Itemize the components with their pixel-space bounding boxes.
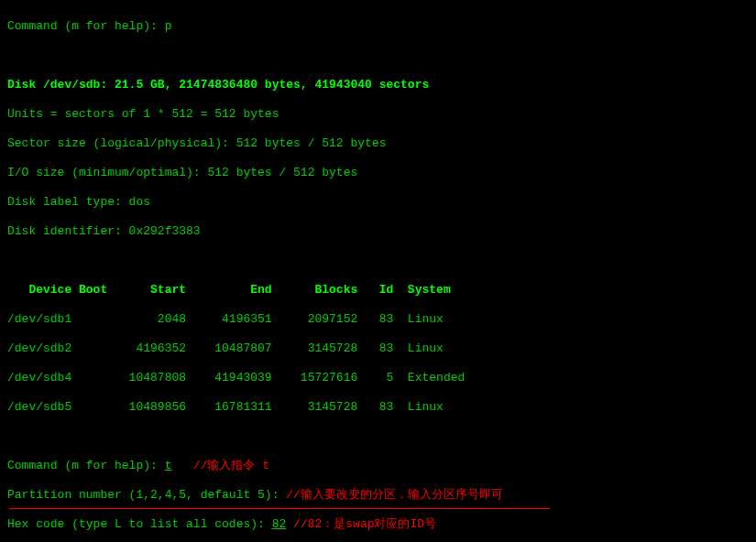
blank-line [7, 429, 749, 444]
blank-line [7, 49, 749, 63]
highlight-underline [9, 508, 550, 509]
annotation-pn: //输入要改变的分区，输入分区序号即可 [286, 488, 503, 502]
cmd-line: Command (m for help): p [7, 19, 749, 34]
prompt: Command (m for help): [7, 459, 165, 472]
input-p[interactable]: p [165, 19, 172, 33]
disk-info-line: Disk /dev/sdb: 21.5 GB, 21474836480 byte… [7, 78, 749, 92]
disk-info-line: I/O size (minimum/optimal): 512 bytes / … [7, 166, 749, 180]
hex-prompt: Hex code (type L to list all codes): [7, 517, 272, 531]
input-hex[interactable]: 82 [272, 517, 287, 531]
partition-number-line: Partition number (1,2,4,5, default 5): /… [7, 488, 749, 503]
disk-info-line: Disk identifier: 0x292f3383 [7, 224, 749, 239]
partition-row: /dev/sdb1 2048 4196351 2097152 83 Linux [7, 312, 749, 327]
blank-line [7, 254, 749, 268]
partition-row: /dev/sdb2 4196352 10487807 3145728 83 Li… [7, 341, 749, 356]
partition-row: /dev/sdb4 10487808 41943039 15727616 5 E… [7, 371, 749, 385]
annotation-hex: //82：是swap对应的ID号 [293, 517, 436, 531]
disk-info-line: Disk label type: dos [7, 195, 749, 210]
disk-info-line: Units = sectors of 1 * 512 = 512 bytes [7, 107, 749, 122]
disk-info-line: Sector size (logical/physical): 512 byte… [7, 136, 749, 151]
hex-line: Hex code (type L to list all codes): 82 … [7, 517, 749, 532]
pn-prompt: Partition number (1,2,4,5, default 5): [7, 488, 286, 502]
prompt: Command (m for help): [7, 19, 165, 33]
partition-row: /dev/sdb5 10489856 16781311 3145728 83 L… [7, 400, 749, 415]
input-t[interactable]: t [165, 459, 172, 472]
annotation-t: //输入指令 t [193, 459, 269, 472]
cmd-line: Command (m for help): t //输入指令 t [7, 459, 749, 473]
terminal-output: Command (m for help): p Disk /dev/sdb: 2… [0, 0, 756, 542]
partition-header: Device Boot Start End Blocks Id System [7, 283, 749, 298]
